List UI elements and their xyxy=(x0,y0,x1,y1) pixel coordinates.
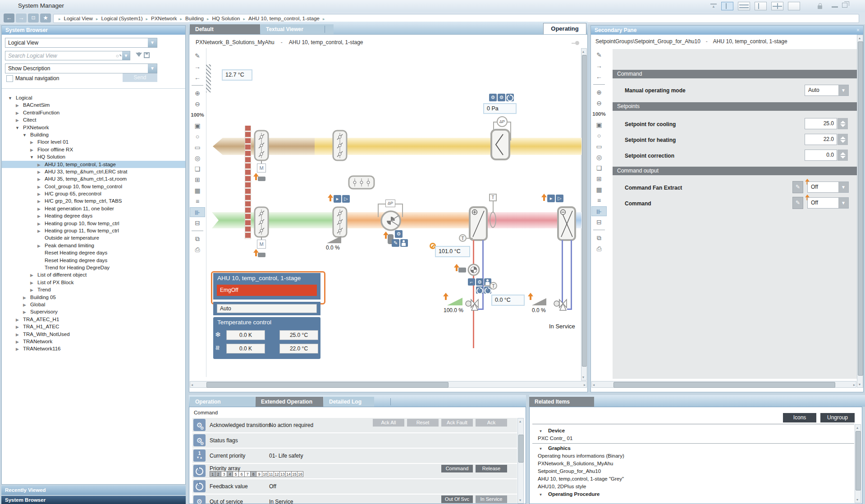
tree-item[interactable]: ▶H/C grp_20, flow temp_ctrl, TABS xyxy=(2,197,185,204)
tree-item[interactable]: ▶Cool_group 10, flow temp_control xyxy=(2,183,185,190)
tree-expander-icon[interactable]: ▶ xyxy=(36,168,42,176)
tree-item[interactable]: ▶Citect xyxy=(2,116,185,123)
tree-expander-icon[interactable]: ▶ xyxy=(29,139,35,146)
sp-correction-input[interactable]: 0.0 xyxy=(805,150,837,161)
priority-cell[interactable]: 13 xyxy=(280,471,286,477)
tree-item[interactable]: ▶List of PX Block xyxy=(2,279,185,286)
related-item[interactable]: PXNetwork_B_Solutions_MyAhu xyxy=(532,460,854,468)
tree-expander-icon[interactable]: ▶ xyxy=(14,331,20,338)
operation-v-scrollbar[interactable]: ▴ ▾ xyxy=(517,418,524,504)
tree-item[interactable]: ▶TRA_With_NotUsed xyxy=(2,331,185,338)
chevron-down-icon[interactable]: ▼ xyxy=(148,64,157,73)
related-item[interactable]: AHU 10, temp,control, 1-stage "Grey" xyxy=(532,475,854,483)
tree-expander-icon[interactable]: ▶ xyxy=(36,213,42,220)
tree-expander-icon[interactable]: ▶ xyxy=(29,272,35,279)
region-select-icon[interactable]: ❏ xyxy=(591,163,607,173)
tree-item[interactable]: ▼Logical xyxy=(2,94,185,101)
layout-split-left-button[interactable] xyxy=(755,2,767,10)
tree-item[interactable]: ▶TRANetwork116 xyxy=(2,345,185,352)
chevron-down-icon[interactable]: ▼ xyxy=(838,85,848,95)
tree-expander-icon[interactable]: ▶ xyxy=(36,227,42,235)
tree-expander-icon[interactable]: ▶ xyxy=(36,198,42,205)
priority-cell[interactable]: 15 xyxy=(292,471,297,477)
pin-icon[interactable] xyxy=(575,41,579,45)
tree-item[interactable]: ▶AHU 33, temp_&hum_ctrl,ERC strat xyxy=(2,168,185,175)
cmd-dropdown[interactable]: Off ▼ xyxy=(807,197,849,209)
compare-icon[interactable]: ⊟ xyxy=(190,218,205,228)
tree-expander-icon[interactable]: ▶ xyxy=(14,338,20,345)
priority-cell[interactable]: 4 xyxy=(227,471,233,477)
in-service-button[interactable]: In Service xyxy=(476,495,507,503)
tree-item[interactable]: ▶Heating group 11, flow temp_ctrl xyxy=(2,227,185,234)
tree-item[interactable]: ▶AHU 35, temp_&hum_ctrl,1-st,room xyxy=(2,175,185,182)
tab-detailed-log[interactable]: Detailed Log xyxy=(324,397,374,407)
print-icon[interactable]: ⎙ xyxy=(591,244,607,254)
related-v-scrollbar[interactable]: ▴ ▾ xyxy=(855,424,861,503)
back-icon[interactable]: ← xyxy=(190,73,205,82)
fit-view-icon[interactable]: ▣ xyxy=(190,121,205,131)
tree-item[interactable]: ▶Global xyxy=(2,301,185,308)
tree-expander-icon[interactable]: ▶ xyxy=(36,176,42,183)
tree-item[interactable]: Reset Heating degree days xyxy=(2,257,185,264)
priority-cell[interactable]: 6 xyxy=(239,471,245,477)
tab-textual-viewer[interactable]: Textual Viewer xyxy=(261,24,334,34)
tab-default[interactable]: Default xyxy=(190,24,260,34)
select-rect-icon[interactable]: ▭ xyxy=(190,142,205,152)
primary-v-scrollbar-thumb[interactable] xyxy=(582,55,587,367)
layout-split-bottom-button[interactable] xyxy=(738,2,750,10)
priority-cell[interactable]: 3 xyxy=(221,471,227,477)
tree-expander-icon[interactable]: ▶ xyxy=(36,205,42,213)
tree-expander-icon[interactable]: ▶ xyxy=(36,242,42,250)
collapse-icon[interactable]: ▲ xyxy=(710,4,717,9)
collapse-arrow-icon[interactable]: ▼ xyxy=(538,491,544,499)
sliders-icon[interactable]: ⊪ xyxy=(190,207,205,217)
tree-expander-icon[interactable]: ▶ xyxy=(22,309,27,316)
forward-icon[interactable]: → xyxy=(190,62,205,72)
filter-icon[interactable] xyxy=(136,53,142,57)
breadcrumb-item[interactable]: Logical View xyxy=(64,16,93,21)
sliders-icon[interactable]: ⊪ xyxy=(591,206,607,216)
primary-h-scrollbar[interactable]: ◂ ▸ xyxy=(190,381,587,388)
related-group-header[interactable]: ▼Device xyxy=(532,427,854,435)
forward-icon[interactable]: → xyxy=(591,61,607,71)
tree-expander-icon[interactable]: ▼ xyxy=(7,95,13,102)
tree-item[interactable]: ▶Trend xyxy=(2,286,185,293)
close-icon[interactable]: × xyxy=(856,26,860,35)
icons-button[interactable]: Icons xyxy=(783,413,816,422)
reset-button[interactable]: Reset xyxy=(407,419,439,427)
operation-v-scrollbar-thumb[interactable] xyxy=(518,435,524,463)
related-group-header[interactable]: ▼Graphics xyxy=(532,445,854,452)
cmd-edit-button[interactable]: ✎ xyxy=(792,197,803,209)
tree-item[interactable]: ▶TRANetwork xyxy=(2,338,185,345)
related-group-header[interactable]: ▼Operating Procedure xyxy=(532,490,854,498)
search-input[interactable]: Search Logical View ○ ▼ xyxy=(5,51,130,60)
operating-tab[interactable]: Operating xyxy=(543,23,586,34)
tree-expander-icon[interactable]: ▶ xyxy=(36,161,42,168)
ungroup-button[interactable]: Ungroup xyxy=(820,413,855,422)
tree-expander-icon[interactable]: ▶ xyxy=(14,345,20,353)
tree-expander-icon[interactable]: ▶ xyxy=(29,286,35,294)
tree-item[interactable]: ▶Peak demand limiting xyxy=(2,242,185,249)
tree-item[interactable]: ▼PXNetwork xyxy=(2,124,185,131)
breadcrumb-item[interactable]: Building xyxy=(185,16,204,21)
zoom-in-icon[interactable]: ⊕ xyxy=(190,88,205,98)
layers-icon[interactable]: ≡ xyxy=(591,195,607,205)
thumbnail-icon[interactable]: ▦ xyxy=(190,186,205,195)
priority-cell[interactable]: 14 xyxy=(286,471,292,477)
layout-split-2col-button[interactable] xyxy=(721,2,733,10)
secondary-v-scrollbar[interactable]: ▴ ▾ xyxy=(857,35,863,388)
region-select-icon[interactable]: ❏ xyxy=(190,164,205,174)
tree-item[interactable]: ▶Heating degree days xyxy=(2,212,185,219)
tree-expander-icon[interactable]: ▶ xyxy=(14,316,20,323)
tree-expander-icon[interactable]: ▶ xyxy=(36,191,42,198)
zoom-in-icon[interactable]: ⊕ xyxy=(591,87,607,97)
breadcrumb-item[interactable]: AHU 10, temp_control, 1-stage xyxy=(248,16,320,21)
tree-expander-icon[interactable]: ▼ xyxy=(14,124,20,132)
tree-item[interactable]: ▶Floor level 01 xyxy=(2,138,185,145)
tree-expander-icon[interactable]: ▼ xyxy=(22,132,27,139)
tree-item[interactable]: ▼HQ Solution xyxy=(2,153,185,160)
tree-item[interactable]: ▶Supervisory xyxy=(2,308,185,315)
tree-expander-icon[interactable]: ▶ xyxy=(22,301,27,309)
tree-expander-icon[interactable]: ▶ xyxy=(14,102,20,109)
tree-item[interactable]: ▶H/C group 65, precontrol xyxy=(2,190,185,197)
